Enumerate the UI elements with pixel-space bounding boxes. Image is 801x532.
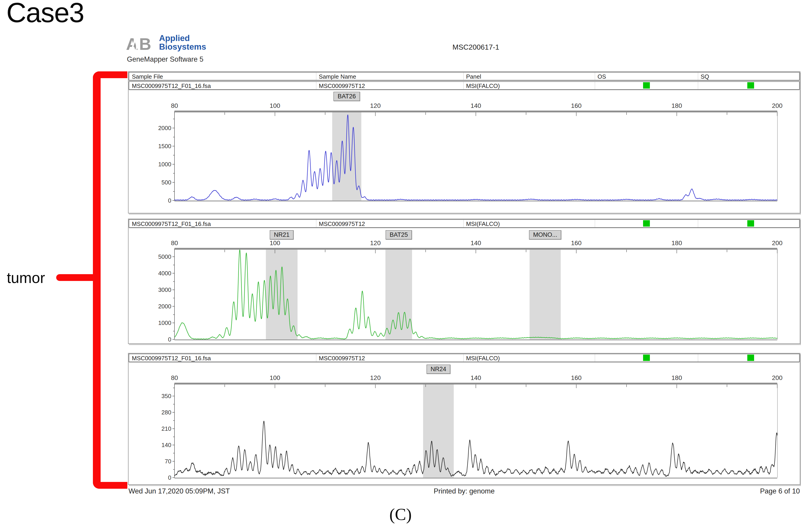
- y-tick-label: 2000: [158, 125, 171, 131]
- y-tick: [172, 200, 174, 201]
- y-tick: [172, 412, 174, 413]
- x-axis-ruler: [174, 383, 777, 384]
- x-tick: [576, 250, 576, 253]
- electropherogram-panel-bat26: Sample File Sample Name Panel OS SQ MSC0…: [128, 71, 800, 213]
- sq-status-flag: [747, 82, 754, 89]
- column-divider: [595, 354, 595, 362]
- x-tick-label: 80: [171, 102, 178, 109]
- y-tick: [172, 461, 174, 461]
- plot-right-border: [777, 112, 778, 201]
- tumor-bracket-connector: [56, 274, 101, 281]
- x-tick: [476, 250, 476, 253]
- x-tick-label: 120: [370, 102, 381, 109]
- column-divider: [698, 220, 698, 227]
- brand-line1: Applied: [159, 34, 206, 43]
- sample-row: MSC0009975T12_F01_16.fsa MSC0009975T12 M…: [129, 219, 800, 228]
- x-tick: [476, 112, 476, 116]
- sample-name-value: MSC0009975T12: [319, 221, 365, 227]
- x-tick-label: 140: [471, 374, 481, 381]
- run-id: MSC200617-1: [417, 43, 535, 52]
- x-tick: [375, 250, 376, 253]
- y-axis: [174, 112, 175, 201]
- x-tick: [325, 250, 325, 252]
- x-tick-label: 200: [772, 240, 783, 247]
- y-tick: [173, 404, 174, 404]
- y-tick: [173, 420, 174, 421]
- y-tick-label: 500: [161, 179, 171, 186]
- software-name: GeneMapper Software 5: [127, 55, 204, 63]
- col-header-sample-name: Sample Name: [319, 73, 356, 80]
- x-tick-label: 180: [671, 102, 682, 109]
- sample-name-value: MSC0009975T12: [319, 82, 365, 90]
- ab-logo-icon: A B: [126, 35, 158, 54]
- plot-baseline: [174, 478, 777, 478]
- y-axis: [174, 384, 175, 478]
- applied-biosystems-brand: A B Applied Biosystems GeneMapper Softwa…: [126, 34, 244, 65]
- col-header-sample-file: Sample File: [132, 73, 163, 80]
- chart-nr21-bat25-mono: 8010012014016018020001000200030004000500…: [129, 229, 800, 344]
- report-footer: Wed Jun 17,2020 05:09PM, JST Printed by:…: [128, 486, 800, 497]
- y-tick: [173, 388, 174, 388]
- chart-canvas: 80100120140160180200070140210280350: [129, 363, 800, 485]
- col-header-os: OS: [597, 73, 606, 80]
- electropherogram-panel-nr24: MSC0009975T12_F01_16.fsa MSC0009975T12 M…: [128, 353, 800, 485]
- x-tick: [225, 250, 225, 252]
- y-tick: [172, 445, 174, 445]
- x-tick: [425, 384, 426, 387]
- brand-text: Applied Biosystems: [159, 34, 206, 51]
- x-tick: [375, 112, 376, 116]
- plot-baseline: [174, 339, 777, 340]
- marker-region: [385, 250, 412, 339]
- x-tick-label: 100: [270, 102, 280, 109]
- x-tick: [274, 250, 275, 253]
- marker-label-bat26: BAT26: [333, 92, 360, 101]
- x-tick: [274, 384, 275, 388]
- x-tick: [225, 384, 225, 387]
- x-tick-label: 100: [270, 240, 280, 247]
- figure-caption: (C): [0, 505, 801, 524]
- table-header-row: Sample File Sample Name Panel OS SQ: [129, 72, 800, 80]
- x-tick: [676, 250, 677, 253]
- x-tick-label: 100: [270, 374, 280, 381]
- x-tick: [375, 384, 376, 388]
- x-tick-label: 200: [772, 374, 783, 381]
- x-tick: [576, 112, 576, 116]
- x-tick: [526, 112, 527, 115]
- column-divider: [463, 73, 464, 80]
- panel-value: MSI(FALCO): [466, 355, 500, 362]
- x-tick: [425, 112, 426, 115]
- y-tick: [172, 429, 174, 429]
- os-status-flag: [643, 355, 650, 361]
- x-tick-label: 200: [772, 102, 783, 109]
- column-divider: [595, 73, 595, 80]
- column-divider: [698, 354, 698, 362]
- y-tick: [172, 339, 174, 340]
- y-tick-label: 0: [168, 336, 171, 343]
- y-tick-label: 3000: [158, 286, 171, 293]
- y-tick-label: 140: [161, 442, 171, 449]
- chart-nr24: 80100120140160180200070140210280350NR24: [129, 363, 800, 485]
- x-tick: [526, 384, 527, 387]
- x-tick: [727, 250, 727, 252]
- svg-text:B: B: [139, 35, 151, 54]
- x-tick: [626, 384, 627, 387]
- genemapper-report-page: Case3 A B Applied Biosystems GeneMapper …: [0, 0, 801, 532]
- marker-label-mono: MONO...: [529, 230, 561, 240]
- footer-printed-by: Printed by: genome: [128, 487, 800, 495]
- os-status-flag: [643, 220, 650, 227]
- sample-name-value: MSC0009975T12: [319, 355, 365, 362]
- y-tick-label: 5000: [158, 253, 171, 260]
- y-tick-label: 70: [165, 458, 171, 465]
- x-tick: [626, 112, 627, 115]
- trace: [174, 115, 777, 200]
- x-tick-label: 180: [671, 374, 682, 381]
- brand-line2: Biosystems: [159, 43, 206, 51]
- y-tick: [173, 469, 174, 470]
- sq-status-flag: [747, 220, 754, 227]
- marker-label-nr21: NR21: [270, 230, 294, 240]
- y-tick-label: 2000: [158, 303, 171, 310]
- y-tick-label: 0: [168, 197, 171, 204]
- plot-right-border: [777, 384, 778, 478]
- column-divider: [595, 220, 595, 227]
- trace: [174, 250, 777, 339]
